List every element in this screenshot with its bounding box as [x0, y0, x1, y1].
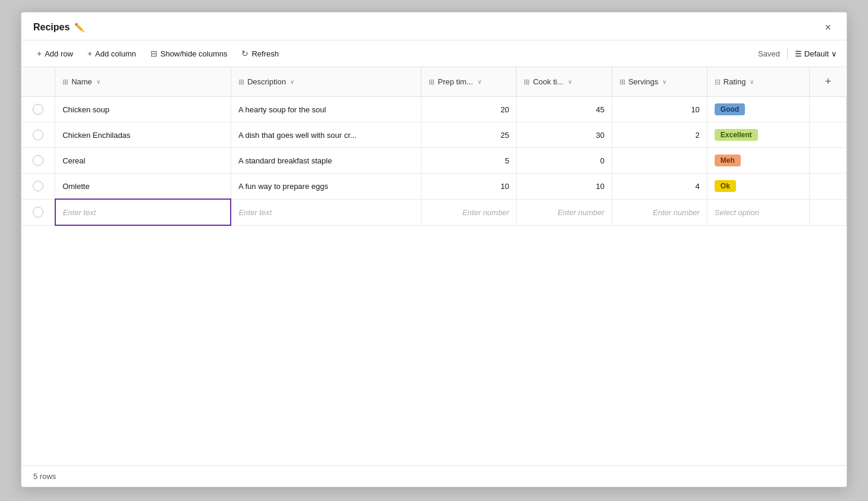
- row-cook-time-cell[interactable]: 0: [517, 148, 612, 174]
- add-row-button[interactable]: + Add row: [31, 45, 79, 62]
- row-extra-cell: [810, 174, 847, 200]
- row-description-cell[interactable]: A fun way to prepare eggs: [231, 174, 421, 200]
- row-checkbox[interactable]: [33, 155, 43, 166]
- list-icon: ☰: [795, 49, 802, 58]
- new-row-name-cell[interactable]: Enter text: [55, 199, 231, 225]
- table-container: ⊞ Name ∨ ⊞ Description ∨: [21, 67, 847, 465]
- name-sort-arrow: ∨: [96, 78, 100, 85]
- row-name-cell[interactable]: Chicken soup: [55, 97, 231, 122]
- name-col-icon: ⊞: [62, 78, 68, 86]
- servings-sort-arrow: ∨: [662, 78, 666, 85]
- table-row: OmletteA fun way to prepare eggs10104Ok: [21, 174, 847, 200]
- row-checkbox-cell: [21, 174, 55, 200]
- row-cook-time-cell[interactable]: 10: [517, 174, 612, 200]
- rating-badge: Good: [715, 103, 745, 115]
- new-row-prep-cell[interactable]: Enter number: [422, 199, 517, 225]
- row-description-cell[interactable]: A standard breakfast staple: [231, 148, 421, 174]
- row-extra-cell: [810, 122, 847, 148]
- new-row-checkbox-cell: [21, 199, 55, 225]
- row-prep-time-cell[interactable]: 5: [422, 148, 517, 174]
- servings-col-icon: ⊞: [619, 78, 625, 86]
- row-rating-cell[interactable]: Excellent: [707, 122, 810, 148]
- rating-column-header[interactable]: ⊟ Rating ∨: [707, 67, 810, 97]
- row-servings-cell[interactable]: 10: [612, 97, 707, 122]
- row-name-cell[interactable]: Chicken Enchiladas: [55, 122, 231, 148]
- columns-icon: ⊟: [150, 49, 158, 58]
- row-rating-cell[interactable]: Ok: [707, 174, 810, 200]
- row-extra-cell: [810, 148, 847, 174]
- recipes-table: ⊞ Name ∨ ⊞ Description ∨: [21, 67, 847, 226]
- row-cook-time-cell[interactable]: 30: [517, 122, 612, 148]
- toolbar-right: Saved ☰ Default ∨: [758, 48, 837, 59]
- plus-icon-2: +: [87, 49, 92, 58]
- table-row: Chicken soupA hearty soup for the soul20…: [21, 97, 847, 122]
- new-row-servings-cell[interactable]: Enter number: [612, 199, 707, 225]
- row-cook-time-cell[interactable]: 45: [517, 97, 612, 122]
- cook-time-column-header[interactable]: ⊞ Cook ti... ∨: [517, 67, 612, 97]
- saved-label: Saved: [758, 49, 780, 58]
- row-prep-time-cell[interactable]: 20: [422, 97, 517, 122]
- cook-col-icon: ⊞: [524, 78, 530, 86]
- row-checkbox[interactable]: [33, 130, 43, 140]
- show-hide-columns-button[interactable]: ⊟ Show/hide columns: [144, 45, 234, 62]
- new-row: Enter textEnter textEnter numberEnter nu…: [21, 199, 847, 225]
- row-checkbox-cell: [21, 97, 55, 122]
- add-column-header[interactable]: +: [810, 67, 847, 97]
- row-name-cell[interactable]: Cereal: [55, 148, 231, 174]
- modal-close-button[interactable]: ×: [821, 21, 835, 34]
- new-row-description-cell[interactable]: Enter text: [231, 199, 421, 225]
- rows-count: 5 rows: [33, 472, 56, 481]
- new-row-rating-cell[interactable]: Select option: [707, 199, 810, 225]
- new-row-checkbox[interactable]: [33, 207, 43, 218]
- row-checkbox[interactable]: [33, 181, 43, 191]
- edit-icon[interactable]: ✏️: [74, 23, 84, 32]
- toolbar: + Add row + Add column ⊟ Show/hide colum…: [21, 40, 847, 67]
- desc-col-label: Description: [247, 77, 286, 86]
- servings-col-label: Servings: [628, 77, 659, 86]
- chevron-down-icon: ∨: [831, 49, 837, 58]
- row-checkbox-cell: [21, 148, 55, 174]
- rating-badge: Ok: [715, 180, 736, 192]
- prep-sort-arrow: ∨: [477, 78, 482, 85]
- row-rating-cell[interactable]: Meh: [707, 148, 810, 174]
- row-checkbox[interactable]: [33, 104, 43, 115]
- recipes-modal: Recipes ✏️ × + Add row + Add column ⊟ Sh…: [21, 12, 847, 487]
- rating-sort-arrow: ∨: [750, 78, 754, 85]
- rating-badge: Excellent: [715, 129, 758, 141]
- desc-col-icon: ⊞: [238, 78, 244, 86]
- prep-time-column-header[interactable]: ⊞ Prep tim... ∨: [422, 67, 517, 97]
- row-prep-time-cell[interactable]: 25: [422, 122, 517, 148]
- table-header-row: ⊞ Name ∨ ⊞ Description ∨: [21, 67, 847, 97]
- row-servings-cell[interactable]: [612, 148, 707, 174]
- prep-col-icon: ⊞: [429, 78, 435, 86]
- plus-icon: +: [37, 49, 42, 58]
- refresh-button[interactable]: ↻ Refresh: [235, 45, 285, 62]
- row-servings-cell[interactable]: 4: [612, 174, 707, 200]
- rating-badge: Meh: [715, 155, 741, 166]
- modal-header: Recipes ✏️ ×: [21, 12, 847, 40]
- row-servings-cell[interactable]: 2: [612, 122, 707, 148]
- rating-col-label: Rating: [724, 77, 746, 86]
- table-footer: 5 rows: [21, 465, 847, 487]
- new-row-cook-cell[interactable]: Enter number: [517, 199, 612, 225]
- prep-col-label: Prep tim...: [438, 77, 473, 86]
- table-row: Chicken EnchiladasA dish that goes well …: [21, 122, 847, 148]
- row-description-cell[interactable]: A dish that goes well with sour cr...: [231, 122, 421, 148]
- select-all-header: [21, 67, 55, 97]
- row-rating-cell[interactable]: Good: [707, 97, 810, 122]
- table-row: CerealA standard breakfast staple50Meh: [21, 148, 847, 174]
- row-description-cell[interactable]: A hearty soup for the soul: [231, 97, 421, 122]
- row-name-cell[interactable]: Omlette: [55, 174, 231, 200]
- add-column-button-header[interactable]: +: [820, 73, 836, 90]
- row-checkbox-cell: [21, 122, 55, 148]
- cook-sort-arrow: ∨: [568, 78, 572, 85]
- servings-column-header[interactable]: ⊞ Servings ∨: [612, 67, 707, 97]
- row-prep-time-cell[interactable]: 10: [422, 174, 517, 200]
- add-column-button[interactable]: + Add column: [81, 45, 142, 62]
- name-col-label: Name: [71, 77, 92, 86]
- default-view-button[interactable]: ☰ Default ∨: [795, 49, 837, 58]
- refresh-icon: ↻: [241, 49, 249, 58]
- name-column-header[interactable]: ⊞ Name ∨: [55, 67, 231, 97]
- description-column-header[interactable]: ⊞ Description ∨: [231, 67, 421, 97]
- row-extra-cell: [810, 97, 847, 122]
